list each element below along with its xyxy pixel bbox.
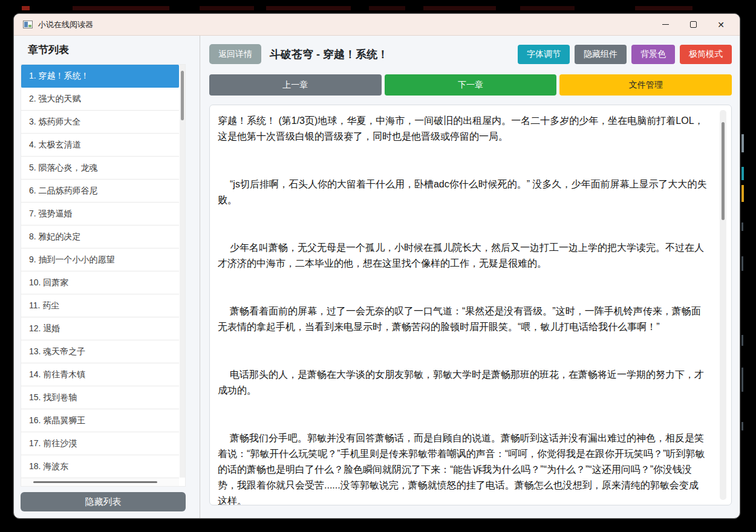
background-artifact (520, 6, 575, 10)
chapter-item[interactable]: 8. 雅妃的决定 (21, 225, 179, 248)
chapter-item[interactable]: 13. 魂天帝之子 (21, 340, 179, 363)
chapter-list-vertical-scrollbar[interactable] (180, 65, 185, 478)
reader-scrollbar-thumb[interactable] (722, 122, 725, 220)
background-artifact (741, 134, 744, 152)
chapter-item[interactable]: 9. 抽到一个小小的愿望 (21, 248, 179, 271)
chapter-item[interactable]: 18. 海波东 (21, 455, 179, 478)
app-window: 小说在线阅读器 章节列表 1. 穿越！系统！2. 强大的天赋3. 炼药师大全4.… (13, 13, 740, 519)
chapter-item[interactable]: 16. 紫晶翼狮王 (21, 409, 179, 432)
chapter-nav: 上一章 下一章 文件管理 (209, 74, 732, 96)
title-bar[interactable]: 小说在线阅读器 (14, 14, 740, 36)
background-artifact (22, 6, 30, 10)
window-content: 章节列表 1. 穿越！系统！2. 强大的天赋3. 炼药师大全4. 太极玄清道5.… (14, 36, 740, 519)
maximize-icon (690, 21, 697, 28)
minimize-icon (662, 24, 669, 25)
minimize-button[interactable] (651, 15, 679, 34)
chapter-item[interactable]: 7. 强势逼婚 (21, 203, 179, 225)
background-artifact (635, 6, 692, 10)
background-artifact (423, 6, 496, 10)
chapter-item[interactable]: 12. 退婚 (21, 317, 179, 340)
novel-paragraph: 少年名叫萧畅，无父无母是一个孤儿，小时候在孤儿院长大，然后又一边打工一边上学的把… (218, 240, 707, 271)
next-chapter-button[interactable]: 下一章 (385, 74, 557, 96)
font-adjust-button[interactable]: 字体调节 (518, 45, 570, 64)
background-artifact (741, 167, 744, 180)
background-artifact (369, 6, 405, 10)
vertical-scrollbar-thumb[interactable] (181, 71, 184, 120)
prev-chapter-button[interactable]: 上一章 (209, 74, 382, 96)
close-button[interactable] (707, 15, 735, 34)
chapter-item[interactable]: 17. 前往沙漠 (21, 432, 179, 455)
background-artifact (73, 6, 169, 10)
maximize-button[interactable] (679, 15, 707, 34)
background-artifact (200, 6, 254, 10)
background-artifact (741, 222, 743, 231)
chapter-item[interactable]: 1. 穿越！系统！ (21, 65, 179, 88)
chapter-item[interactable]: 10. 回萧家 (21, 271, 179, 294)
chapter-item[interactable]: 2. 强大的天赋 (21, 88, 179, 111)
novel-paragraph: 电话那头的人，是萧畅在大学谈的女朋友郭敏，郭敏大学时是萧畅那班的班花，在萧畅将近… (218, 367, 707, 398)
chapter-item[interactable]: 11. 药尘 (21, 294, 179, 317)
chapter-item[interactable]: 6. 二品炼药师谷尼 (21, 180, 179, 203)
file-manager-button[interactable]: 文件管理 (559, 74, 732, 96)
hide-widgets-button[interactable]: 隐藏组件 (575, 45, 627, 64)
reader-text: 穿越！系统！ (第1/3页)地球，华夏，中海市，一间破旧的出租屋内。一名二十多岁… (218, 113, 707, 505)
horizontal-scrollbar-thumb[interactable] (33, 481, 157, 483)
sidebar-title: 章节列表 (28, 43, 186, 57)
background-artifact (741, 185, 744, 202)
reader-main: 返回详情 斗破苍穹 - 穿越！系统！ 字体调节隐藏组件背景色极简模式 上一章 下… (200, 36, 740, 519)
background-artifact (741, 368, 743, 392)
chapter-item[interactable]: 5. 陨落心炎，龙魂 (21, 157, 179, 180)
novel-paragraph: 萧畅我们分手吧。郭敏并没有回答萧畅话，而是自顾自的说道。萧畅听到这话并没有漏出难… (218, 430, 707, 505)
background-artifact (741, 422, 743, 430)
background-color-button[interactable]: 背景色 (631, 45, 675, 64)
chapter-sidebar: 章节列表 1. 穿越！系统！2. 强大的天赋3. 炼药师大全4. 太极玄清道5.… (14, 36, 200, 519)
window-controls (651, 15, 735, 34)
app-icon (23, 21, 33, 28)
back-to-details-button[interactable]: 返回详情 (209, 44, 261, 64)
chapter-item[interactable]: 3. 炼药师大全 (21, 111, 179, 134)
background-artifact (266, 6, 351, 10)
background-artifact (741, 335, 743, 346)
novel-paragraph: 萧畅看着面前的屏幕，过了一会无奈的叹了一口气道：“果然还是没有晋级。”这时，一阵… (218, 303, 707, 335)
novel-paragraph: “js切后排啊，石头人你的大留着干什么用，卧槽adc你什么时候死的。” 没多久，… (218, 177, 707, 208)
hide-list-button[interactable]: 隐藏列表 (21, 492, 186, 511)
reader-panel: 穿越！系统！ (第1/3页)地球，华夏，中海市，一间破旧的出租屋内。一名二十多岁… (209, 105, 732, 505)
minimal-mode-button[interactable]: 极简模式 (680, 45, 732, 64)
chapter-item[interactable]: 15. 找到卷轴 (21, 386, 179, 409)
close-icon (717, 19, 725, 30)
chapter-item[interactable]: 14. 前往青木镇 (21, 363, 179, 386)
chapter-list: 1. 穿越！系统！2. 强大的天赋3. 炼药师大全4. 太极玄清道5. 陨落心炎… (21, 64, 186, 487)
reader-toolbar: 返回详情 斗破苍穹 - 穿越！系统！ 字体调节隐藏组件背景色极简模式 (209, 44, 732, 64)
window-title: 小说在线阅读器 (38, 19, 93, 30)
novel-paragraph: 穿越！系统！ (第1/3页)地球，华夏，中海市，一间破旧的出租屋内。一名二十多岁… (218, 113, 707, 144)
toolbar-actions: 字体调节隐藏组件背景色极简模式 (518, 45, 732, 64)
chapter-item[interactable]: 4. 太极玄清道 (21, 134, 179, 157)
background-artifact (741, 256, 743, 271)
chapter-list-horizontal-scrollbar[interactable] (21, 478, 179, 486)
chapter-title: 斗破苍穹 - 穿越！系统！ (270, 47, 388, 62)
